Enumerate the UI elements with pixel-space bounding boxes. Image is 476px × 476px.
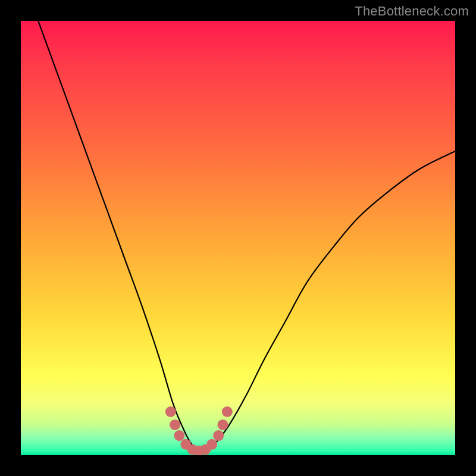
watermark-text: TheBottleneck.com — [355, 4, 469, 19]
highlight-dot — [218, 419, 228, 430]
highlight-dot — [165, 406, 176, 417]
highlight-dot — [206, 439, 217, 450]
highlight-dot — [213, 430, 224, 441]
highlight-dot — [222, 406, 233, 417]
highlight-dot — [170, 419, 180, 430]
chart-frame: TheBottleneck.com — [0, 0, 476, 476]
bottleneck-curve-path — [38, 21, 455, 452]
highlight-dots-group — [165, 406, 233, 455]
plot-area — [21, 21, 455, 455]
bottleneck-curve-svg — [21, 21, 455, 455]
highlight-dot — [174, 430, 184, 441]
